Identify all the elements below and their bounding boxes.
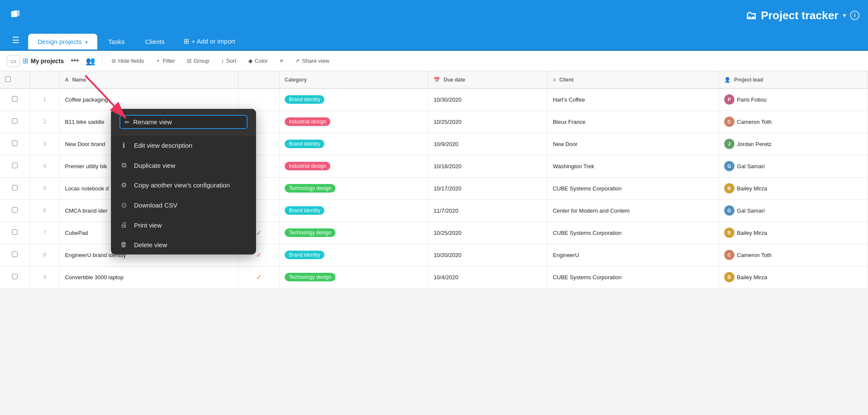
- row-checkbox[interactable]: [12, 140, 17, 146]
- row-checkbox-cell[interactable]: [0, 244, 30, 266]
- row-project-lead: PParis Fotiou: [719, 88, 868, 111]
- download-icon: ⊙: [119, 201, 128, 209]
- title-text: Project tracker: [761, 9, 839, 22]
- menu-button[interactable]: ☰: [7, 31, 25, 50]
- hide-fields-button[interactable]: ⊘ Hide fields: [107, 55, 149, 67]
- tab-dropdown-icon: ▾: [85, 40, 88, 45]
- filter-button[interactable]: ⚬ Filter: [151, 55, 180, 67]
- category-tag: Brand identity: [285, 140, 324, 148]
- density-icon: ≡: [280, 58, 283, 64]
- context-menu-download-csv[interactable]: ⊙ Download CSV: [111, 195, 256, 215]
- info-icon[interactable]: i: [850, 11, 859, 20]
- select-all-checkbox[interactable]: [5, 76, 11, 82]
- avatar: B: [724, 183, 734, 193]
- toolbar-divider: [102, 56, 102, 66]
- col-header-checkbox[interactable]: [0, 71, 30, 88]
- row-due-date: 10/9/2020: [428, 133, 548, 155]
- avatar: B: [724, 228, 734, 238]
- category-tag: Brand identity: [285, 206, 324, 215]
- row-checkbox[interactable]: [12, 229, 17, 235]
- group-button[interactable]: ⊟ Group: [182, 55, 214, 67]
- row-client: Center for Modern and Contem: [548, 199, 719, 222]
- row-project-lead: GGal Samari: [719, 199, 868, 222]
- density-button[interactable]: ≡: [275, 55, 288, 67]
- avatar: B: [724, 272, 734, 282]
- col-header-status: [239, 71, 280, 88]
- context-menu-duplicate[interactable]: ⧉ Duplicate view: [111, 155, 256, 175]
- row-name[interactable]: Convertible 3000 laptop: [60, 266, 239, 288]
- context-menu-edit-description[interactable]: ℹ Edit view description: [111, 135, 256, 155]
- row-checkbox-cell[interactable]: [0, 88, 30, 111]
- row-checkbox-cell[interactable]: [0, 222, 30, 244]
- lead-name: Bailey Mirza: [737, 230, 767, 236]
- duedate-col-icon: 📅: [434, 77, 440, 83]
- checkmark-icon: ✓: [256, 274, 262, 281]
- title-dropdown-icon[interactable]: ▾: [843, 12, 846, 19]
- lead-name: Cameron Toth: [737, 252, 772, 258]
- col-header-name[interactable]: A Name: [60, 71, 239, 88]
- row-checkbox-cell[interactable]: [0, 266, 30, 288]
- row-checkbox[interactable]: [12, 185, 17, 190]
- row-number: 4: [30, 155, 60, 177]
- sidebar-toggle-button[interactable]: ▭: [7, 55, 20, 67]
- context-menu-print[interactable]: 🖨 Print view: [111, 215, 256, 235]
- row-checkbox[interactable]: [12, 251, 17, 257]
- col-header-num: [30, 71, 60, 88]
- context-menu-delete[interactable]: 🗑 Delete view: [111, 235, 256, 254]
- app-title: 🗂 Project tracker ▾ i: [746, 9, 859, 22]
- row-category: Brand identity: [280, 133, 428, 155]
- row-client: CUBE Systems Corporation: [548, 222, 719, 244]
- view-grid-icon: ⊞: [23, 57, 28, 65]
- row-number: 3: [30, 133, 60, 155]
- context-menu-rename[interactable]: ✏ Rename view: [111, 109, 256, 135]
- view-name-label: My projects: [31, 58, 64, 64]
- row-checkbox[interactable]: [12, 163, 17, 168]
- row-checkbox-cell[interactable]: [0, 111, 30, 133]
- trash-icon: 🗑: [119, 241, 128, 248]
- col-header-lead[interactable]: 👤 Project lead: [719, 71, 868, 88]
- row-due-date: 10/25/2020: [428, 111, 548, 133]
- row-checkbox[interactable]: [12, 96, 17, 102]
- gear-icon: ⚙: [119, 181, 128, 189]
- share-view-button[interactable]: ↗ Share view: [290, 55, 334, 67]
- row-project-lead: BBailey Mirza: [719, 177, 868, 199]
- context-menu-copy-config[interactable]: ⚙ Copy another view's configuration: [111, 175, 256, 195]
- row-checkbox[interactable]: [12, 207, 17, 213]
- row-checkbox-cell[interactable]: [0, 199, 30, 222]
- header: 🗂 Project tracker ▾ i: [0, 0, 868, 31]
- row-checkbox-cell[interactable]: [0, 177, 30, 199]
- col-header-client[interactable]: ≡ Client: [548, 71, 719, 88]
- tab-clients[interactable]: Clients: [136, 34, 174, 50]
- row-number: 5: [30, 177, 60, 199]
- table-header-row: A Name Category 📅 Due date ≡ Client 👤: [0, 71, 868, 88]
- tab-design-projects[interactable]: Design projects ▾: [28, 34, 97, 50]
- col-header-category[interactable]: Category: [280, 71, 428, 88]
- view-more-button[interactable]: •••: [69, 56, 81, 66]
- category-tag: Brand identity: [285, 251, 324, 259]
- row-category: Brand identity: [280, 88, 428, 111]
- row-client: CUBE Systems Corporation: [548, 177, 719, 199]
- row-number: 2: [30, 111, 60, 133]
- row-checkbox[interactable]: [12, 274, 17, 279]
- row-project-lead: GGal Samari: [719, 155, 868, 177]
- row-checkbox-cell[interactable]: [0, 133, 30, 155]
- row-project-lead: CCameron Toth: [719, 244, 868, 266]
- row-category: Industrial design: [280, 155, 428, 177]
- people-button[interactable]: 👥: [83, 55, 98, 67]
- row-name[interactable]: Coffee packaging: [60, 88, 239, 111]
- logo[interactable]: [9, 7, 26, 24]
- row-checkbox-cell[interactable]: [0, 155, 30, 177]
- avatar: J: [724, 139, 734, 149]
- color-button[interactable]: ◆ Color: [244, 55, 273, 67]
- add-import-button[interactable]: ⊞ + Add or import: [176, 33, 243, 50]
- sort-button[interactable]: ↕ Sort: [216, 55, 241, 67]
- row-project-lead: JJordan Peretz: [719, 133, 868, 155]
- share-icon: ↗: [295, 58, 300, 64]
- tab-tasks[interactable]: Tasks: [99, 34, 134, 50]
- avatar: C: [724, 250, 734, 260]
- row-checkbox[interactable]: [12, 118, 17, 124]
- row-due-date: 10/20/2020: [428, 244, 548, 266]
- duplicate-icon: ⧉: [119, 161, 128, 169]
- col-header-duedate[interactable]: 📅 Due date: [428, 71, 548, 88]
- avatar: G: [724, 205, 734, 216]
